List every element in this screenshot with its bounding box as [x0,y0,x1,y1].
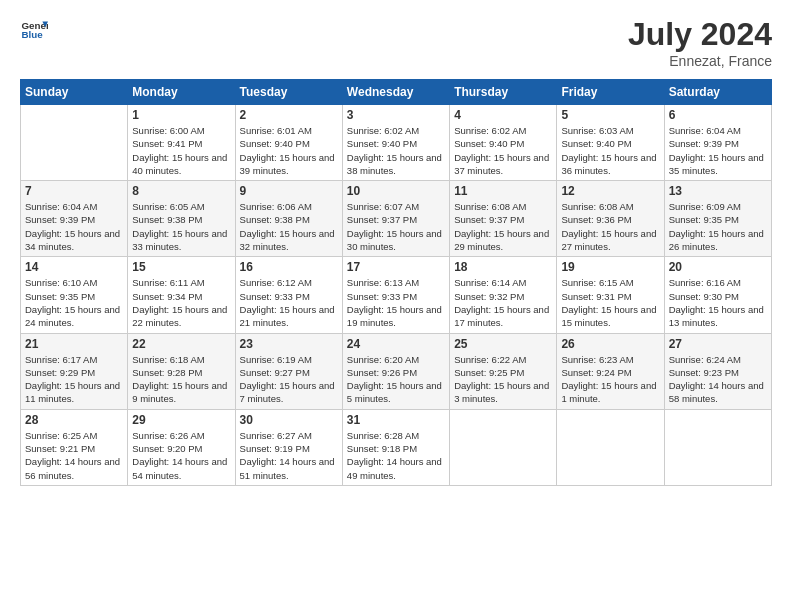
day-number: 25 [454,337,552,351]
table-row: 18Sunrise: 6:14 AMSunset: 9:32 PMDayligh… [450,257,557,333]
table-row: 28Sunrise: 6:25 AMSunset: 9:21 PMDayligh… [21,409,128,485]
month-year: July 2024 [628,16,772,53]
table-row: 25Sunrise: 6:22 AMSunset: 9:25 PMDayligh… [450,333,557,409]
day-number: 6 [669,108,767,122]
table-row: 31Sunrise: 6:28 AMSunset: 9:18 PMDayligh… [342,409,449,485]
table-row: 29Sunrise: 6:26 AMSunset: 9:20 PMDayligh… [128,409,235,485]
header-wednesday: Wednesday [342,80,449,105]
table-row [21,105,128,181]
day-number: 29 [132,413,230,427]
header-sunday: Sunday [21,80,128,105]
day-info: Sunrise: 6:04 AMSunset: 9:39 PMDaylight:… [25,200,123,253]
day-info: Sunrise: 6:04 AMSunset: 9:39 PMDaylight:… [669,124,767,177]
day-number: 5 [561,108,659,122]
day-info: Sunrise: 6:19 AMSunset: 9:27 PMDaylight:… [240,353,338,406]
table-row: 16Sunrise: 6:12 AMSunset: 9:33 PMDayligh… [235,257,342,333]
calendar-page: General Blue July 2024 Ennezat, France S… [0,0,792,612]
table-row: 11Sunrise: 6:08 AMSunset: 9:37 PMDayligh… [450,181,557,257]
header: General Blue July 2024 Ennezat, France [20,16,772,69]
day-number: 12 [561,184,659,198]
day-info: Sunrise: 6:08 AMSunset: 9:36 PMDaylight:… [561,200,659,253]
day-info: Sunrise: 6:14 AMSunset: 9:32 PMDaylight:… [454,276,552,329]
table-row: 24Sunrise: 6:20 AMSunset: 9:26 PMDayligh… [342,333,449,409]
table-row: 7Sunrise: 6:04 AMSunset: 9:39 PMDaylight… [21,181,128,257]
table-row: 9Sunrise: 6:06 AMSunset: 9:38 PMDaylight… [235,181,342,257]
day-number: 27 [669,337,767,351]
day-info: Sunrise: 6:18 AMSunset: 9:28 PMDaylight:… [132,353,230,406]
day-info: Sunrise: 6:22 AMSunset: 9:25 PMDaylight:… [454,353,552,406]
table-row [450,409,557,485]
table-row: 4Sunrise: 6:02 AMSunset: 9:40 PMDaylight… [450,105,557,181]
calendar-week-row: 7Sunrise: 6:04 AMSunset: 9:39 PMDaylight… [21,181,772,257]
weekday-header-row: Sunday Monday Tuesday Wednesday Thursday… [21,80,772,105]
day-info: Sunrise: 6:26 AMSunset: 9:20 PMDaylight:… [132,429,230,482]
day-info: Sunrise: 6:03 AMSunset: 9:40 PMDaylight:… [561,124,659,177]
day-info: Sunrise: 6:17 AMSunset: 9:29 PMDaylight:… [25,353,123,406]
location: Ennezat, France [628,53,772,69]
day-info: Sunrise: 6:00 AMSunset: 9:41 PMDaylight:… [132,124,230,177]
day-number: 23 [240,337,338,351]
day-info: Sunrise: 6:08 AMSunset: 9:37 PMDaylight:… [454,200,552,253]
day-number: 19 [561,260,659,274]
header-friday: Friday [557,80,664,105]
day-number: 16 [240,260,338,274]
table-row: 20Sunrise: 6:16 AMSunset: 9:30 PMDayligh… [664,257,771,333]
table-row: 2Sunrise: 6:01 AMSunset: 9:40 PMDaylight… [235,105,342,181]
day-number: 30 [240,413,338,427]
table-row: 23Sunrise: 6:19 AMSunset: 9:27 PMDayligh… [235,333,342,409]
table-row: 13Sunrise: 6:09 AMSunset: 9:35 PMDayligh… [664,181,771,257]
day-number: 2 [240,108,338,122]
logo-icon: General Blue [20,16,48,44]
day-number: 11 [454,184,552,198]
day-info: Sunrise: 6:23 AMSunset: 9:24 PMDaylight:… [561,353,659,406]
day-number: 10 [347,184,445,198]
header-tuesday: Tuesday [235,80,342,105]
day-number: 24 [347,337,445,351]
table-row: 8Sunrise: 6:05 AMSunset: 9:38 PMDaylight… [128,181,235,257]
table-row: 26Sunrise: 6:23 AMSunset: 9:24 PMDayligh… [557,333,664,409]
day-number: 1 [132,108,230,122]
logo: General Blue [20,16,48,44]
day-info: Sunrise: 6:28 AMSunset: 9:18 PMDaylight:… [347,429,445,482]
day-info: Sunrise: 6:01 AMSunset: 9:40 PMDaylight:… [240,124,338,177]
table-row: 21Sunrise: 6:17 AMSunset: 9:29 PMDayligh… [21,333,128,409]
table-row: 10Sunrise: 6:07 AMSunset: 9:37 PMDayligh… [342,181,449,257]
day-info: Sunrise: 6:02 AMSunset: 9:40 PMDaylight:… [454,124,552,177]
day-number: 3 [347,108,445,122]
day-info: Sunrise: 6:13 AMSunset: 9:33 PMDaylight:… [347,276,445,329]
table-row [664,409,771,485]
title-block: July 2024 Ennezat, France [628,16,772,69]
day-info: Sunrise: 6:10 AMSunset: 9:35 PMDaylight:… [25,276,123,329]
day-info: Sunrise: 6:05 AMSunset: 9:38 PMDaylight:… [132,200,230,253]
day-number: 21 [25,337,123,351]
day-number: 26 [561,337,659,351]
table-row: 6Sunrise: 6:04 AMSunset: 9:39 PMDaylight… [664,105,771,181]
header-monday: Monday [128,80,235,105]
header-thursday: Thursday [450,80,557,105]
day-number: 8 [132,184,230,198]
table-row: 5Sunrise: 6:03 AMSunset: 9:40 PMDaylight… [557,105,664,181]
day-number: 17 [347,260,445,274]
day-info: Sunrise: 6:02 AMSunset: 9:40 PMDaylight:… [347,124,445,177]
table-row: 3Sunrise: 6:02 AMSunset: 9:40 PMDaylight… [342,105,449,181]
day-info: Sunrise: 6:24 AMSunset: 9:23 PMDaylight:… [669,353,767,406]
table-row: 19Sunrise: 6:15 AMSunset: 9:31 PMDayligh… [557,257,664,333]
table-row: 12Sunrise: 6:08 AMSunset: 9:36 PMDayligh… [557,181,664,257]
day-number: 31 [347,413,445,427]
table-row [557,409,664,485]
day-number: 15 [132,260,230,274]
day-info: Sunrise: 6:09 AMSunset: 9:35 PMDaylight:… [669,200,767,253]
header-saturday: Saturday [664,80,771,105]
table-row: 1Sunrise: 6:00 AMSunset: 9:41 PMDaylight… [128,105,235,181]
day-info: Sunrise: 6:11 AMSunset: 9:34 PMDaylight:… [132,276,230,329]
calendar-week-row: 21Sunrise: 6:17 AMSunset: 9:29 PMDayligh… [21,333,772,409]
day-number: 13 [669,184,767,198]
day-info: Sunrise: 6:27 AMSunset: 9:19 PMDaylight:… [240,429,338,482]
day-number: 7 [25,184,123,198]
table-row: 14Sunrise: 6:10 AMSunset: 9:35 PMDayligh… [21,257,128,333]
day-number: 18 [454,260,552,274]
day-number: 20 [669,260,767,274]
calendar-week-row: 14Sunrise: 6:10 AMSunset: 9:35 PMDayligh… [21,257,772,333]
day-number: 14 [25,260,123,274]
day-number: 4 [454,108,552,122]
